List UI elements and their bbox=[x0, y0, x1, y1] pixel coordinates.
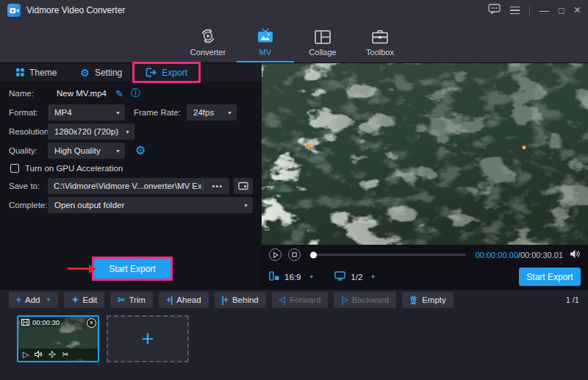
chevron-down-icon: ▼ bbox=[243, 203, 248, 208]
tab-mv-label: MV bbox=[259, 48, 272, 57]
progress-knob[interactable] bbox=[310, 251, 317, 258]
forward-label: Forward bbox=[290, 295, 320, 304]
save-path-value: C:\Vidmore\Vidmore V...onverter\MV Expor… bbox=[54, 182, 201, 190]
tab-setting-label: Setting bbox=[95, 68, 122, 78]
frame-rate-label: Frame Rate: bbox=[134, 108, 187, 117]
tab-export-label: Export bbox=[162, 68, 187, 78]
add-clip-placeholder[interactable]: + bbox=[107, 315, 189, 362]
open-folder-button[interactable] bbox=[234, 178, 253, 194]
ocean-frame bbox=[262, 63, 588, 245]
trim-label: Trim bbox=[129, 295, 146, 304]
quality-dropdown[interactable]: High Quality ▼ bbox=[48, 143, 125, 159]
titlebar: Vidmore Video Converter — □ × bbox=[0, 0, 588, 21]
progress-slider[interactable] bbox=[310, 254, 466, 256]
complete-label: Complete: bbox=[9, 201, 48, 209]
start-export-button[interactable]: Start Export bbox=[94, 259, 171, 279]
backward-button[interactable]: |> Backward bbox=[334, 292, 396, 308]
plus-icon: + bbox=[141, 328, 154, 350]
save-path-field[interactable]: C:\Vidmore\Vidmore V...onverter\MV Expor… bbox=[48, 178, 229, 194]
save-to-row: Save to: C:\Vidmore\Vidmore V...onverter… bbox=[9, 178, 253, 194]
maximize-button[interactable]: □ bbox=[559, 6, 564, 15]
ahead-button[interactable]: +| Ahead bbox=[159, 292, 209, 308]
setting-gear-icon: ⚙ bbox=[80, 68, 90, 78]
add-label: Add bbox=[25, 295, 40, 304]
gpu-row: Turn on GPU Acceleration bbox=[9, 162, 253, 175]
format-value: MP4 bbox=[54, 108, 72, 117]
tab-converter[interactable]: Converter bbox=[179, 21, 237, 62]
chevron-down-icon: ▼ bbox=[115, 110, 121, 115]
chevron-down-icon: ▼ bbox=[46, 297, 51, 302]
move-backward-icon: |> bbox=[341, 295, 347, 305]
film-icon bbox=[21, 319, 29, 326]
clip-edit-icon[interactable] bbox=[49, 351, 56, 359]
format-row: Format: MP4 ▼ Frame Rate: 24fps ▼ bbox=[9, 104, 253, 121]
tab-toolbox[interactable]: Toolbox bbox=[351, 21, 409, 62]
clip-info: 00:00:30 bbox=[21, 318, 60, 326]
close-button[interactable]: × bbox=[574, 4, 581, 16]
tab-mv[interactable]: MV bbox=[237, 21, 294, 62]
empty-button[interactable]: Empty bbox=[402, 292, 453, 308]
tab-export[interactable]: Export bbox=[134, 63, 199, 82]
edit-name-icon[interactable]: ✎ bbox=[115, 88, 123, 99]
video-preview[interactable] bbox=[262, 63, 588, 245]
clip-play-icon[interactable]: ▷ bbox=[23, 351, 29, 359]
frame-rate-dropdown[interactable]: 24fps ▼ bbox=[187, 104, 237, 121]
gpu-checkbox[interactable] bbox=[10, 164, 19, 173]
remove-clip-icon[interactable]: × bbox=[87, 318, 96, 328]
aspect-ratio-dropdown[interactable]: ▼ bbox=[309, 274, 314, 279]
backward-label: Backward bbox=[352, 295, 390, 304]
complete-dropdown[interactable]: Open output folder ▼ bbox=[48, 197, 253, 213]
tab-theme[interactable]: Theme bbox=[4, 63, 68, 82]
volume-icon[interactable] bbox=[570, 248, 581, 262]
behind-button[interactable]: |+ Behind bbox=[215, 292, 266, 308]
time-current: 00:00:00.00 bbox=[476, 251, 518, 259]
tab-collage-label: Collage bbox=[309, 48, 336, 57]
clip-thumbnail[interactable]: 00:00:30 × ▷ ✂ bbox=[17, 315, 99, 362]
quality-row: Quality: High Quality ▼ ⚙ bbox=[9, 143, 253, 159]
play-button[interactable] bbox=[269, 248, 282, 261]
aspect-ratio-icon bbox=[269, 270, 279, 284]
aspect-ratio-value: 16:9 bbox=[284, 273, 301, 282]
trim-button[interactable]: ✂ Trim bbox=[110, 292, 153, 308]
screen-page-dropdown[interactable]: ▼ bbox=[370, 274, 376, 279]
info-icon[interactable]: ⓘ bbox=[131, 87, 140, 100]
resolution-dropdown[interactable]: 1280x720 (720p) ▼ bbox=[48, 123, 135, 140]
menu-icon[interactable] bbox=[510, 7, 520, 15]
export-panel: Theme ⚙ Setting Export Name: New MV.mp4 … bbox=[0, 63, 262, 289]
chevron-down-icon: ▼ bbox=[115, 148, 121, 154]
surfer-dot bbox=[522, 146, 526, 149]
resolution-label: Resolution: bbox=[9, 127, 48, 136]
name-label: Name: bbox=[9, 89, 48, 98]
field-divider bbox=[203, 181, 204, 191]
complete-row: Complete: Open output folder ▼ bbox=[9, 197, 253, 213]
panel-tabs: Theme ⚙ Setting Export bbox=[0, 63, 262, 82]
format-dropdown[interactable]: MP4 ▼ bbox=[48, 104, 125, 121]
stop-button[interactable] bbox=[288, 248, 301, 261]
browse-ellipsis-button[interactable]: ••• bbox=[205, 182, 229, 190]
screen-page-value: 1/2 bbox=[351, 273, 362, 282]
mv-icon bbox=[256, 27, 275, 45]
clip-trim-icon[interactable]: ✂ bbox=[62, 351, 68, 359]
minimize-button[interactable]: — bbox=[539, 6, 549, 15]
edit-button[interactable]: ✦ Edit bbox=[64, 292, 104, 308]
theme-icon bbox=[16, 68, 24, 76]
tab-converter-label: Converter bbox=[190, 48, 226, 57]
format-label: Format: bbox=[9, 108, 48, 117]
insert-behind-icon: |+ bbox=[222, 295, 228, 305]
feedback-icon[interactable] bbox=[488, 4, 501, 17]
time-total: /00:00:30.01 bbox=[518, 251, 563, 259]
tab-setting[interactable]: ⚙ Setting bbox=[68, 63, 134, 82]
clip-volume-icon[interactable] bbox=[35, 351, 43, 359]
add-button[interactable]: + Add ▼ bbox=[9, 292, 58, 308]
quality-settings-icon[interactable]: ⚙ bbox=[135, 145, 146, 157]
app-logo-icon bbox=[7, 4, 21, 17]
forward-button[interactable]: <| Forward bbox=[272, 292, 329, 308]
resolution-value: 1280x720 (720p) bbox=[54, 127, 118, 136]
folder-icon bbox=[238, 182, 248, 190]
preview-pane: 00:00:00.00/00:00:30.01 16:9 ▼ bbox=[262, 63, 588, 289]
start-export-button-secondary[interactable]: Start Export bbox=[519, 268, 581, 286]
wand-icon: ✦ bbox=[71, 295, 78, 305]
tab-collage[interactable]: Collage bbox=[294, 21, 351, 62]
edit-label: Edit bbox=[82, 295, 97, 304]
scissors-icon: ✂ bbox=[118, 295, 124, 305]
